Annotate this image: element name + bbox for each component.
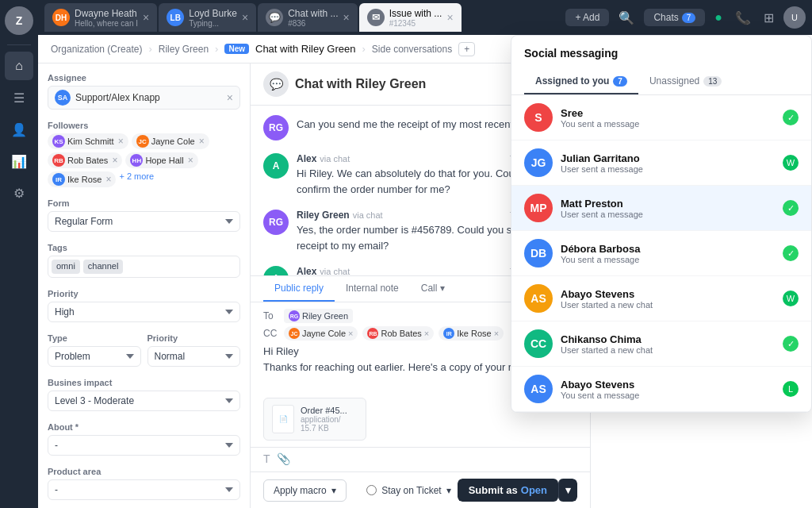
social-name-sree: Sree [561,107,775,119]
cc-remove-ike[interactable]: × [494,329,499,338]
cc-chip-ike: IR Ike Rose × [439,326,504,341]
user-avatar[interactable]: Z [5,6,33,35]
breadcrumb-org[interactable]: Organization (Create) [51,44,142,55]
message-via-1: via chat [320,154,350,164]
follower-remove-hope[interactable]: × [188,155,193,166]
tag-container[interactable]: omni channel [48,256,240,278]
cc-remove-jayne[interactable]: × [348,329,353,338]
apply-macro-btn[interactable]: Apply macro ▾ [263,479,347,502]
social-info-sree: Sree You sent a message [561,107,775,129]
form-select[interactable]: Regular Form [48,211,240,232]
tab-sublabel-issue: #12345 [389,19,442,28]
assignee-label: Assignee [48,73,240,83]
sidebar-views[interactable]: ☰ [5,83,33,112]
product-area-select[interactable]: - [48,479,240,500]
form-label: Form [48,198,240,208]
social-avatar-abayo1: AS [524,284,553,313]
tab-close-loyd[interactable]: × [242,11,248,24]
tab-icon-issue: ✉ [367,9,385,26]
business-impact-section: Busines impact Level 3 - Moderate [48,378,240,411]
stay-on-ticket-radio[interactable] [366,485,377,495]
apps-icon[interactable]: ⊞ [760,7,777,29]
left-panel: Assignee SA Support/Alex Knapp × Followe… [38,64,251,508]
priority-section: Priority High [48,289,240,322]
cc-remove-rob[interactable]: × [424,329,429,338]
social-name-debora: Débora Barbosa [561,243,775,255]
type-select[interactable]: Problem [48,346,141,367]
about-label: About * [48,422,240,432]
tab-icon-dwayne: DH [52,9,70,26]
reply-tab-public[interactable]: Public reply [263,276,335,302]
breadcrumb-contact[interactable]: Riley Green [159,44,209,55]
text-format-btn[interactable]: T [263,452,270,465]
breadcrumb-sep2: › [215,43,218,55]
submit-dropdown-btn[interactable]: ▾ [558,479,577,502]
cc-avatar-jayne: JC [289,328,300,339]
status-icon[interactable]: ● [711,7,726,28]
attachment-btn[interactable]: 📎 [277,452,290,465]
social-list: S Sree You sent a message ✓ JG Julian Ga… [511,95,811,412]
breadcrumb-plus-btn[interactable]: + [458,42,475,56]
top-nav: DH Dwayne Heath Hello, where can I × LB … [38,0,812,35]
about-select[interactable]: - [48,435,240,456]
tab-label-dwayne: Dwayne Heath [75,8,138,19]
sidebar-home[interactable]: ⌂ [5,52,33,80]
social-msg-debora: You sent a message [561,255,775,264]
social-item-debora[interactable]: DB Débora Barbosa You sent a message ✓ [511,231,811,276]
follower-remove-jayne[interactable]: × [199,136,205,147]
social-item-julian[interactable]: JG Julian Garritano User sent a message … [511,140,811,186]
sidebar-admin[interactable]: ⚙ [5,179,33,207]
follower-remove-ike[interactable]: × [105,174,111,185]
tab-chat836[interactable]: 💬 Chat with ... #836 × [258,3,358,32]
priority2-select[interactable]: Normal [147,346,241,367]
social-tab-assigned[interactable]: Assigned to you 7 [524,69,638,94]
followers-more[interactable]: + 2 more [119,171,154,187]
follower-name-ike: Ike Rose [67,175,102,184]
priority-select[interactable]: High [48,302,240,322]
assignee-box: SA Support/Alex Knapp × [48,86,240,110]
phone-icon[interactable]: 📞 [732,7,754,29]
left-sidebar: Z ⌂ ☰ 👤 📊 ⚙ [0,0,38,508]
stay-on-ticket[interactable]: Stay on Ticket ▾ [366,485,450,496]
tab-dwayne[interactable]: DH Dwayne Heath Hello, where can I × [44,3,157,32]
social-tab-unassigned[interactable]: Unassigned 13 [638,69,733,94]
business-impact-select[interactable]: Level 3 - Moderate [48,391,240,411]
product-area-section: Product area - [48,467,240,500]
social-item-sree[interactable]: S Sree You sent a message ✓ [511,95,811,140]
tab-issue[interactable]: ✉ Issue with ... #12345 × [359,3,462,32]
stay-on-ticket-label: Stay on Ticket [381,485,441,496]
social-channel-abayo1: W [783,291,799,306]
message-sender-2: Riley Green [297,210,350,221]
follower-remove-rob[interactable]: × [112,155,117,166]
breadcrumb-side[interactable]: Side conversations [372,44,452,55]
social-tab-assigned-label: Assigned to you [535,75,609,87]
social-item-abayo2[interactable]: AS Abayo Stevens You sent a message L [511,367,811,412]
social-item-chikanso[interactable]: CC Chikanso Chima User started a new cha… [511,321,811,367]
tab-close-chat836[interactable]: × [343,11,349,24]
reply-tab-internal[interactable]: Internal note [335,276,410,302]
social-name-abayo2: Abayo Stevens [561,379,775,391]
top-nav-right: + Add 🔍 Chats 7 ● 📞 ⊞ U [565,6,806,29]
assignee-remove-btn[interactable]: × [227,91,233,104]
sidebar-reports[interactable]: 📊 [5,147,33,175]
chats-button[interactable]: Chats 7 [644,9,705,26]
social-item-abayo1[interactable]: AS Abayo Stevens User started a new chat… [511,276,811,321]
tab-loyd[interactable]: LB Loyd Burke Typing... × [159,3,256,32]
reply-tab-call[interactable]: Call ▾ [410,276,457,302]
submit-btn[interactable]: Submit as Open [458,479,558,502]
follower-rob: RB Rob Bates × [48,152,122,168]
attach-name: Order #45... [301,406,358,415]
tab-close-dwayne[interactable]: × [143,11,149,24]
user-profile-avatar[interactable]: U [783,6,806,29]
apply-macro-chevron: ▾ [331,485,336,496]
follower-remove-kim[interactable]: × [118,136,124,147]
social-item-matt[interactable]: MP Matt Preston User sent a message ✓ [511,186,811,231]
search-icon[interactable]: 🔍 [615,7,638,29]
add-button[interactable]: + Add [565,9,609,26]
tab-close-issue[interactable]: × [446,11,453,24]
form-section: Form Regular Form [48,198,240,232]
cc-chip-jayne: JC Jayne Cole × [284,326,358,341]
type-priority-section: Type Problem Priority Normal [48,333,240,367]
sidebar-customers[interactable]: 👤 [5,115,33,144]
breadcrumb-current: Chat with Riley Green [255,43,355,55]
